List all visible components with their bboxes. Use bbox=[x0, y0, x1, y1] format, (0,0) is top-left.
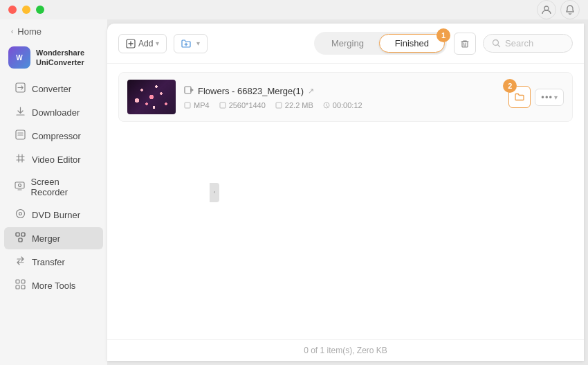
file-format: MP4 bbox=[184, 101, 210, 109]
more-chevron-icon: ▾ bbox=[554, 94, 558, 101]
svg-point-5 bbox=[16, 210, 24, 218]
svg-rect-18 bbox=[185, 103, 190, 108]
tab-merging[interactable]: Merging bbox=[316, 35, 379, 52]
merger-icon bbox=[14, 232, 26, 244]
status-bar: 0 of 1 item(s), Zero KB bbox=[107, 339, 584, 361]
file-thumbnail bbox=[127, 80, 176, 114]
user-icon[interactable] bbox=[537, 0, 556, 19]
sidebar-item-label: Merger bbox=[32, 233, 60, 244]
sidebar-brand: W Wondershare UniConverter bbox=[0, 42, 107, 77]
external-link-icon[interactable]: ↗ bbox=[308, 87, 314, 96]
file-info: Flowers - 66823_Merge(1) ↗ MP4 2560*1440 bbox=[184, 85, 500, 109]
add-folder-dropdown-icon: ▾ bbox=[196, 39, 200, 47]
close-button[interactable] bbox=[8, 6, 17, 14]
dots-icon: ••• bbox=[541, 92, 553, 103]
file-size: 22.2 MB bbox=[275, 101, 313, 109]
sidebar: ‹ Home W Wondershare UniConverter Conver… bbox=[0, 19, 107, 365]
screen-recorder-icon bbox=[14, 181, 26, 193]
dvd-burner-icon bbox=[14, 208, 26, 221]
maximize-button[interactable] bbox=[36, 6, 44, 14]
sidebar-item-compressor[interactable]: Compressor bbox=[4, 125, 103, 147]
main-content: Add ▾ ▾ Merging Finished 1 bbox=[107, 24, 584, 361]
sidebar-item-label: Compressor bbox=[32, 131, 81, 141]
sidebar-item-label: Downloader bbox=[32, 107, 80, 118]
sidebar-item-label: Transfer bbox=[32, 257, 65, 267]
svg-rect-10 bbox=[16, 280, 19, 283]
add-file-label: Add bbox=[138, 39, 153, 48]
sidebar-item-more-tools[interactable]: More Tools bbox=[4, 274, 103, 296]
file-meta: MP4 2560*1440 22.2 MB 00:00:12 bbox=[184, 101, 500, 109]
home-label: Home bbox=[17, 26, 42, 37]
sidebar-item-label: Screen Recorder bbox=[31, 177, 93, 197]
svg-rect-9 bbox=[19, 238, 22, 242]
sidebar-item-label: DVD Burner bbox=[32, 210, 80, 220]
add-folder-button[interactable]: ▾ bbox=[174, 34, 208, 53]
file-name: Flowers - 66823_Merge(1) bbox=[198, 86, 304, 96]
compressor-icon bbox=[14, 130, 26, 142]
file-name-row: Flowers - 66823_Merge(1) ↗ bbox=[184, 85, 500, 97]
file-duration: 00:00:12 bbox=[323, 101, 362, 109]
file-actions: 2 ••• ▾ bbox=[508, 86, 564, 108]
svg-rect-17 bbox=[185, 87, 191, 94]
search-box[interactable]: Search bbox=[483, 34, 573, 53]
sidebar-item-screen-recorder[interactable]: Screen Recorder bbox=[4, 172, 103, 202]
table-row: Flowers - 66823_Merge(1) ↗ MP4 2560*1440 bbox=[118, 72, 573, 122]
search-placeholder: Search bbox=[505, 38, 533, 48]
tab-finished[interactable]: Finished bbox=[379, 34, 445, 53]
sidebar-item-transfer[interactable]: Transfer bbox=[4, 251, 103, 273]
tab-finished-wrapper: Finished 1 bbox=[379, 34, 445, 53]
finished-badge: 1 bbox=[437, 28, 450, 42]
file-resolution: 2560*1440 bbox=[219, 101, 266, 109]
svg-rect-8 bbox=[21, 233, 25, 236]
add-file-button[interactable]: Add ▾ bbox=[118, 34, 167, 53]
thumbnail-image bbox=[127, 80, 176, 114]
sidebar-item-merger[interactable]: Merger bbox=[4, 227, 103, 249]
sidebar-item-dvd-burner[interactable]: DVD Burner bbox=[4, 204, 103, 226]
svg-point-4 bbox=[18, 184, 21, 187]
minimize-button[interactable] bbox=[22, 6, 30, 14]
svg-rect-11 bbox=[21, 280, 25, 283]
toolbar: Add ▾ ▾ Merging Finished 1 bbox=[107, 24, 584, 64]
converter-icon bbox=[14, 82, 26, 95]
delete-button[interactable] bbox=[454, 33, 476, 55]
svg-rect-13 bbox=[21, 285, 25, 289]
svg-rect-3 bbox=[15, 182, 24, 188]
svg-rect-19 bbox=[220, 103, 226, 108]
notification-icon[interactable] bbox=[560, 0, 580, 19]
search-icon bbox=[492, 39, 501, 48]
svg-rect-12 bbox=[16, 285, 19, 289]
title-bar bbox=[0, 0, 588, 19]
tab-group: Merging Finished 1 bbox=[314, 32, 447, 55]
status-text: 0 of 1 item(s), Zero KB bbox=[304, 346, 387, 355]
app-body: ‹ Home W Wondershare UniConverter Conver… bbox=[0, 19, 588, 365]
sidebar-item-downloader[interactable]: Downloader bbox=[4, 101, 103, 123]
chevron-left-icon: ‹ bbox=[11, 28, 13, 35]
add-dropdown-icon: ▾ bbox=[156, 39, 159, 47]
file-list: Flowers - 66823_Merge(1) ↗ MP4 2560*1440 bbox=[107, 64, 584, 339]
sidebar-item-label: Converter bbox=[32, 84, 71, 94]
svg-point-16 bbox=[493, 40, 499, 46]
sidebar-item-video-editor[interactable]: Video Editor bbox=[4, 148, 103, 170]
sidebar-item-label: Video Editor bbox=[32, 154, 81, 165]
svg-rect-7 bbox=[16, 233, 19, 236]
video-editor-icon bbox=[14, 153, 26, 166]
sidebar-item-label: More Tools bbox=[32, 281, 75, 291]
collapse-sidebar-button[interactable]: ‹ bbox=[210, 183, 219, 202]
svg-point-0 bbox=[544, 6, 549, 10]
svg-rect-15 bbox=[462, 42, 468, 47]
brand-logo: W bbox=[8, 46, 30, 69]
transfer-icon bbox=[14, 256, 26, 268]
sidebar-item-converter[interactable]: Converter bbox=[4, 78, 103, 100]
more-tools-icon bbox=[14, 279, 26, 292]
svg-rect-20 bbox=[276, 103, 282, 108]
downloader-icon bbox=[14, 106, 26, 118]
svg-point-6 bbox=[19, 213, 21, 215]
video-type-icon bbox=[184, 85, 194, 97]
sidebar-home[interactable]: ‹ Home bbox=[0, 19, 107, 42]
more-actions-button[interactable]: ••• ▾ bbox=[535, 89, 564, 106]
brand-name: Wondershare UniConverter bbox=[36, 48, 84, 68]
